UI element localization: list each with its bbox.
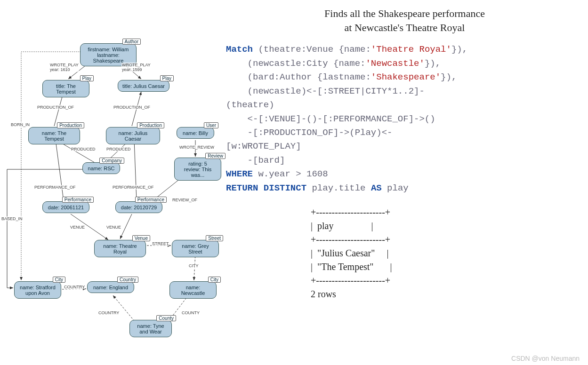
kw-distinct: DISTINCT bbox=[264, 183, 306, 193]
graph-edge-label: WROTE_PLAY year: 1599 bbox=[121, 63, 151, 72]
graph-edge-label: BORN_IN bbox=[10, 122, 30, 127]
result-row: | "Julius Caesar" | bbox=[311, 248, 388, 258]
kw-where: WHERE bbox=[226, 169, 253, 179]
diagram-caption: Finds all the Shakespeare performance at… bbox=[226, 7, 583, 34]
graph-edge-label: VENUE bbox=[70, 225, 85, 230]
graph-edge-label: COUNTRY bbox=[98, 310, 120, 315]
kw-match: Match bbox=[226, 44, 253, 55]
graph-edge-label: CITY bbox=[188, 263, 199, 268]
caption-line-1: Finds all the Shakespeare performance bbox=[324, 8, 485, 19]
graph-edge-label: PERFORMANCE_OF bbox=[34, 185, 76, 190]
graph-edge-label: STREET bbox=[152, 241, 169, 246]
graph-edge-label: BASED_IN bbox=[1, 216, 23, 221]
kw-return: RETURN bbox=[226, 183, 258, 193]
graph-edge-label: REVIEW_OF bbox=[172, 198, 198, 202]
graph-edge-label: COUNTRY bbox=[64, 285, 85, 289]
graph-edge-label: VENUE bbox=[106, 225, 121, 230]
result-footer: 2 rows bbox=[311, 289, 336, 299]
graph-diagram: firstname: William lastname: Shakespeare… bbox=[0, 0, 221, 365]
graph-edge-label: PERFORMANCE_OF bbox=[112, 185, 154, 190]
graph-edge-label: WROTE_REVIEW bbox=[179, 145, 215, 150]
query-result-table: +----------------------+ | play | +-----… bbox=[311, 206, 583, 301]
result-row: | "The Tempest" | bbox=[311, 262, 392, 272]
graph-edge-label: PRODUCTION_OF bbox=[37, 105, 74, 110]
kw-as: AS bbox=[371, 183, 382, 193]
graph-edge-label: WROTE_PLAY year: 1610 bbox=[49, 63, 79, 72]
graph-edge-label: COUNTY bbox=[181, 310, 200, 315]
watermark: CSDN @von Neumann bbox=[511, 355, 580, 362]
cypher-query: Match (theatre:Venue {name:'Theatre Roya… bbox=[226, 43, 583, 195]
graph-edge-label: PRODUCED bbox=[106, 147, 131, 151]
caption-line-2: at Newcastle's Theatre Royal bbox=[345, 22, 465, 33]
graph-edge-label: PRODUCED bbox=[71, 147, 96, 151]
result-header: | play | bbox=[311, 221, 373, 231]
graph-edge-label: PRODUCTION_OF bbox=[113, 105, 151, 110]
